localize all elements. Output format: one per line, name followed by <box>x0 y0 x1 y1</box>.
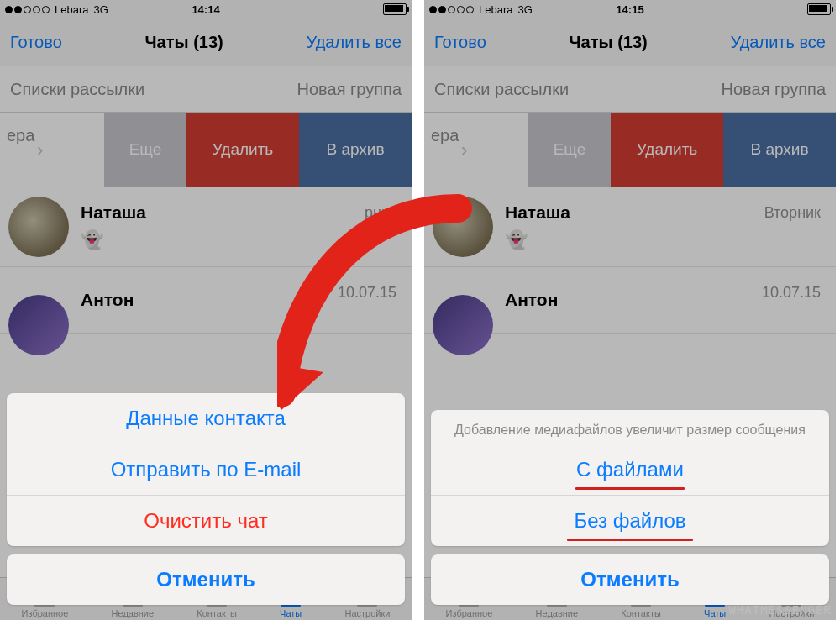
sub-bar: Списки рассылки Новая группа <box>424 66 836 113</box>
clock-label: 14:15 <box>424 3 836 16</box>
chevron-right-icon: › <box>461 139 467 161</box>
sheet-clear-chat[interactable]: Очистить чат <box>7 496 405 546</box>
chat-name-partial: ера <box>431 126 459 145</box>
avatar <box>8 295 69 355</box>
chat-date: рник <box>365 204 396 222</box>
chat-name: Наташа <box>505 202 570 223</box>
swipe-archive-button[interactable]: В архив <box>299 113 412 187</box>
done-button[interactable]: Готово <box>434 33 486 52</box>
battery-icon <box>807 3 831 15</box>
chat-row[interactable]: Антон 10.07.15 <box>424 267 836 334</box>
avatar <box>433 197 493 257</box>
page-title: Чаты (13) <box>570 33 648 52</box>
sheet-cancel[interactable]: Отменить <box>7 554 405 605</box>
chat-name-partial: ера <box>7 126 34 145</box>
phone-left: Lebara 3G 14:14 Готово Чаты (13) Удалить… <box>0 0 412 620</box>
chat-name: Антон <box>81 290 134 310</box>
swipe-more-button[interactable]: Еще <box>104 113 186 187</box>
sheet-cancel[interactable]: Отменить <box>431 554 829 605</box>
nav-header: Готово Чаты (13) Удалить все <box>424 18 836 66</box>
done-button[interactable]: Готово <box>10 33 62 52</box>
chat-row[interactable]: Наташа 👻 Вторник <box>424 187 836 267</box>
chat-date: 10.07.15 <box>338 284 396 302</box>
ghost-icon: 👻 <box>81 229 146 251</box>
swipe-delete-button[interactable]: Удалить <box>186 113 299 187</box>
sheet-email-chat[interactable]: Отправить по E-mail <box>7 444 405 496</box>
status-bar: Lebara 3G 14:15 <box>424 0 836 18</box>
broadcast-lists-button[interactable]: Списки рассылки <box>10 80 144 99</box>
sheet-message: Добавление медиафайлов увеличит размер с… <box>431 410 829 444</box>
status-bar: Lebara 3G 14:14 <box>0 0 412 18</box>
swiped-chat-row: ера › Еще Удалить В архив <box>424 113 836 187</box>
chat-date: 10.07.15 <box>762 284 821 302</box>
delete-all-button[interactable]: Удалить все <box>307 33 402 52</box>
broadcast-lists-button[interactable]: Списки рассылки <box>434 80 569 99</box>
avatar <box>8 197 69 257</box>
page-title: Чаты (13) <box>145 33 223 52</box>
watermark: WHATMESSENGER <box>728 603 832 617</box>
chat-row[interactable]: Наташа 👻 рник <box>0 187 412 267</box>
sheet-contact-info[interactable]: Данные контакта <box>7 393 405 444</box>
new-group-button[interactable]: Новая группа <box>297 80 402 99</box>
battery-icon <box>383 3 407 15</box>
phone-right: Lebara 3G 14:15 Готово Чаты (13) Удалить… <box>424 0 836 620</box>
sheet-without-files[interactable]: Без файлов <box>431 496 829 546</box>
ghost-icon: 👻 <box>505 229 570 251</box>
new-group-button[interactable]: Новая группа <box>722 80 826 99</box>
chat-row[interactable]: Антон 10.07.15 <box>0 267 412 334</box>
chat-date: Вторник <box>764 204 821 222</box>
swipe-delete-button[interactable]: Удалить <box>611 113 723 187</box>
sheet-with-files[interactable]: С файлами <box>431 444 829 496</box>
swipe-archive-button[interactable]: В архив <box>723 113 836 187</box>
nav-header: Готово Чаты (13) Удалить все <box>0 18 412 66</box>
chat-name: Наташа <box>81 202 146 223</box>
swipe-more-button[interactable]: Еще <box>528 113 611 187</box>
swiped-chat-row: ера › Еще Удалить В архив <box>0 113 412 187</box>
clock-label: 14:14 <box>0 3 412 16</box>
chat-name: Антон <box>505 290 558 310</box>
delete-all-button[interactable]: Удалить все <box>731 33 826 52</box>
sub-bar: Списки рассылки Новая группа <box>0 66 412 113</box>
avatar <box>433 295 493 355</box>
action-sheet: Добавление медиафайлов увеличит размер с… <box>431 410 829 613</box>
action-sheet: Данные контакта Отправить по E-mail Очис… <box>7 393 405 613</box>
chevron-right-icon: › <box>37 139 43 161</box>
